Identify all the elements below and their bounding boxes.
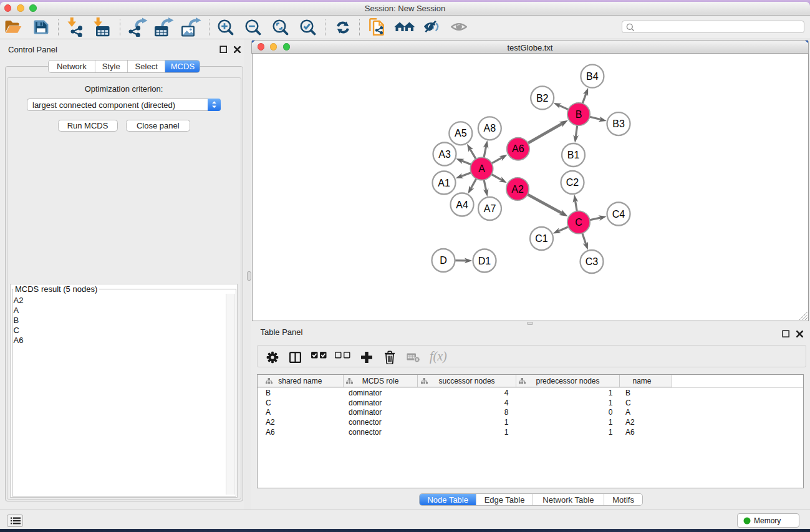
svg-text:D: D — [440, 255, 447, 266]
svg-text:B1: B1 — [567, 150, 580, 160]
svg-text:B: B — [576, 109, 582, 119]
svg-text:A6: A6 — [512, 143, 524, 154]
svg-text:A1: A1 — [438, 177, 450, 188]
svg-text:A7: A7 — [484, 203, 496, 214]
svg-text:A4: A4 — [456, 199, 468, 210]
svg-text:C2: C2 — [566, 177, 579, 188]
svg-text:A8: A8 — [484, 123, 496, 133]
svg-text:A5: A5 — [455, 128, 467, 138]
svg-text:C1: C1 — [535, 233, 548, 244]
svg-text:B3: B3 — [612, 118, 625, 129]
svg-text:A: A — [478, 163, 485, 174]
svg-text:A3: A3 — [438, 148, 451, 159]
svg-text:C4: C4 — [612, 208, 625, 219]
svg-text:C3: C3 — [586, 256, 599, 267]
svg-text:D1: D1 — [478, 255, 491, 266]
svg-text:A2: A2 — [511, 183, 524, 194]
svg-text:B2: B2 — [536, 92, 549, 103]
svg-text:B4: B4 — [586, 70, 599, 81]
svg-text:C: C — [575, 217, 582, 228]
